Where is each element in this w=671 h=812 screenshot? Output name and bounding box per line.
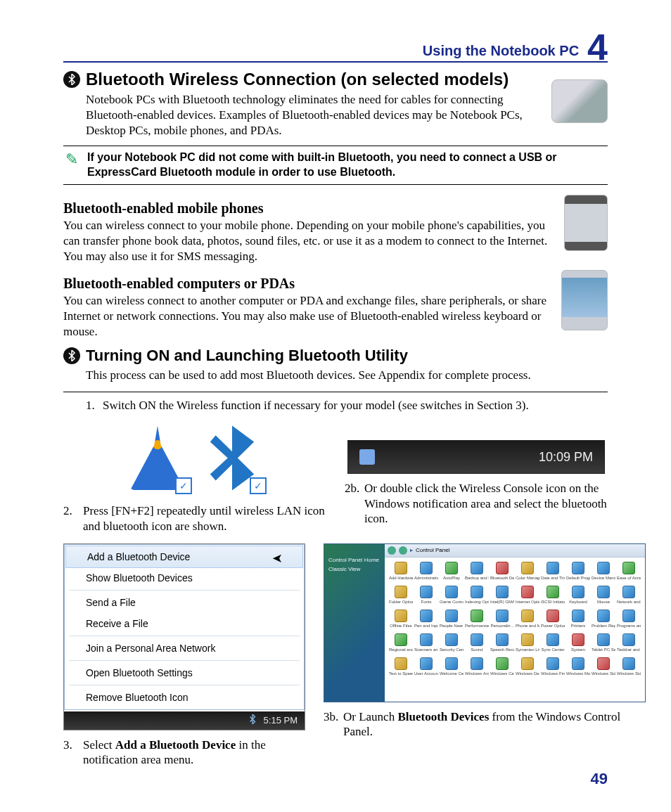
- step-number: 1.: [86, 398, 103, 413]
- control-panel-item-label: Welcome Center: [440, 671, 464, 676]
- menu-item-add-bluetooth-device[interactable]: Add a Bluetooth Device ➤: [65, 546, 303, 568]
- nav-fwd-icon[interactable]: [399, 546, 407, 555]
- control-panel-item[interactable]: Bluetooth Devices: [490, 562, 514, 583]
- control-panel-item[interactable]: Taskbar and Start Menu: [617, 633, 641, 655]
- control-panel-item-icon: [471, 610, 483, 622]
- control-panel-item[interactable]: Problem Reports a...: [592, 610, 615, 631]
- control-panel-item[interactable]: Tablet PC Settings: [592, 633, 615, 655]
- control-panel-item[interactable]: Regional and Language ...: [389, 633, 413, 655]
- control-panel-item-icon: [420, 586, 433, 598]
- menu-item-receive-file[interactable]: Receive a File: [65, 613, 304, 634]
- chapter-number: 4: [587, 31, 608, 64]
- control-panel-item[interactable]: Power Options: [541, 610, 565, 631]
- control-panel-item-label: Tablet PC Settings: [592, 647, 615, 652]
- control-panel-item[interactable]: iSCSI Initiator: [541, 586, 565, 607]
- control-panel-item[interactable]: Programs and Features: [617, 610, 641, 631]
- control-panel-item[interactable]: Security Center: [440, 633, 464, 655]
- control-panel-item[interactable]: Windows SideShow: [617, 657, 641, 678]
- control-panel-item[interactable]: Pen and Input Devices: [414, 610, 438, 631]
- step-text: Press [FN+F2] repeatedly until wireless …: [83, 503, 326, 534]
- step-text: Or Launch Bluetooth Devices from the Win…: [343, 709, 646, 740]
- control-panel-item[interactable]: Folder Options: [389, 586, 413, 607]
- control-panel-item[interactable]: Windows Mobil...: [566, 657, 590, 678]
- control-panel-item-label: Performance Informatio...: [465, 624, 489, 628]
- taskbar-tray: 5:15 PM: [64, 710, 305, 730]
- control-panel-item[interactable]: Scanners and Cameras: [414, 633, 438, 655]
- control-panel-item-icon: [445, 610, 458, 622]
- control-panel-item-label: Fonts: [421, 600, 431, 604]
- wireless-console-tray-icon: [359, 449, 375, 465]
- breadcrumb-text: Control Panel: [416, 547, 449, 553]
- control-panel-item[interactable]: Default Programs: [566, 562, 590, 583]
- heading-turning-on: Turning ON and Launching Bluetooth Utili…: [63, 347, 608, 365]
- control-panel-item[interactable]: Fonts: [414, 586, 438, 607]
- control-panel-item[interactable]: Welcome Center: [440, 657, 464, 678]
- note-box: ✎ If your Notebook PC did not come with …: [63, 146, 608, 185]
- control-panel-item-icon: [395, 657, 407, 670]
- step-number: 2.: [63, 503, 83, 534]
- control-panel-item[interactable]: Phone and Modem ...: [516, 610, 539, 631]
- control-panel-item[interactable]: System: [566, 633, 590, 655]
- control-panel-item[interactable]: Personaliz...: [490, 610, 514, 631]
- control-panel-item[interactable]: Ease of Acce...: [617, 562, 641, 583]
- menu-item-label: Add a Bluetooth Device: [87, 551, 190, 562]
- control-panel-item[interactable]: Backup and Restore C...: [465, 562, 489, 583]
- control-panel-item[interactable]: Mouse: [592, 586, 615, 607]
- control-panel-item[interactable]: Keyboard: [566, 586, 590, 607]
- control-panel-item[interactable]: Speech Recogniti...: [490, 633, 514, 655]
- control-panel-item[interactable]: Device Manager: [592, 562, 615, 583]
- note-text: If your Notebook PC did not come with bu…: [87, 150, 608, 180]
- control-panel-item[interactable]: Symantec LiveUpdate: [516, 633, 539, 655]
- menu-item-label: Show Bluetooth Devices: [86, 572, 193, 584]
- control-panel-item-icon: [445, 586, 458, 598]
- step-number: 3.: [63, 737, 83, 768]
- control-panel-item-icon: [597, 633, 610, 646]
- control-panel-item[interactable]: Offline Files: [389, 610, 413, 631]
- control-panel-item[interactable]: Color Management: [516, 562, 539, 583]
- bluetooth-context-menu-figure: Add a Bluetooth Device ➤ Show Bluetooth …: [63, 543, 305, 730]
- control-panel-item[interactable]: Network and Sharing Ce...: [617, 586, 641, 607]
- control-panel-item[interactable]: Performance Informatio...: [465, 610, 489, 631]
- control-panel-item[interactable]: User Accounts: [414, 657, 438, 678]
- control-panel-item-icon: [471, 633, 483, 646]
- menu-item-label: Open Bluetooth Settings: [86, 667, 193, 678]
- sidebar-link-home[interactable]: Control Panel Home: [328, 557, 382, 563]
- control-panel-item-label: AutoPlay: [443, 576, 460, 580]
- menu-item-open-settings[interactable]: Open Bluetooth Settings: [65, 662, 304, 683]
- control-panel-item[interactable]: Windows Anytim...: [465, 657, 489, 678]
- control-panel-item-icon: [547, 633, 559, 646]
- control-panel-item-icon: [496, 633, 509, 646]
- control-panel-item[interactable]: Sound: [465, 633, 489, 655]
- control-panel-item-icon: [420, 610, 433, 622]
- menu-item-remove-icon[interactable]: Remove Bluetooth Icon: [65, 687, 304, 708]
- control-panel-item-icon: [420, 633, 433, 646]
- control-panel-item-icon: [547, 562, 559, 574]
- control-panel-item[interactable]: Windows CardSpace: [490, 657, 514, 678]
- control-panel-item[interactable]: Internet Options: [516, 586, 539, 607]
- control-panel-item[interactable]: Text to Speech: [389, 657, 413, 678]
- control-panel-item[interactable]: Windows Sidebar: [592, 657, 615, 678]
- step-text: Select Add a Bluetooth Device in the not…: [83, 737, 305, 768]
- menu-item-send-file[interactable]: Send a File: [65, 592, 304, 613]
- control-panel-item[interactable]: Windows Firewall: [541, 657, 565, 678]
- control-panel-item[interactable]: Windows Defender: [516, 657, 539, 678]
- menu-item-label: Remove Bluetooth Icon: [86, 692, 188, 703]
- sidebar-link-classic[interactable]: Classic View: [328, 566, 382, 572]
- control-panel-item-icon: [521, 633, 534, 646]
- control-panel-item[interactable]: Intel(R) GMA Driver for...: [490, 586, 514, 607]
- control-panel-item[interactable]: Indexing Options: [465, 586, 489, 607]
- control-panel-item[interactable]: AutoPlay: [440, 562, 464, 583]
- control-panel-item[interactable]: Printers: [566, 610, 590, 631]
- control-panel-item[interactable]: People Near Me: [440, 610, 464, 631]
- control-panel-item-icon: [547, 586, 559, 598]
- control-panel-item[interactable]: Sync Center: [541, 633, 565, 655]
- menu-item-join-pan[interactable]: Join a Personal Area Network: [65, 638, 304, 659]
- menu-separator: [69, 636, 300, 636]
- control-panel-item[interactable]: Add Hardware: [389, 562, 413, 583]
- control-panel-item[interactable]: Game Controllers: [440, 586, 464, 607]
- control-panel-item-icon: [622, 562, 635, 574]
- control-panel-item[interactable]: Administrative Tools: [414, 562, 438, 583]
- control-panel-item[interactable]: Date and Time: [541, 562, 565, 583]
- menu-item-show-bluetooth-devices[interactable]: Show Bluetooth Devices: [65, 567, 304, 588]
- nav-back-icon[interactable]: [388, 546, 396, 555]
